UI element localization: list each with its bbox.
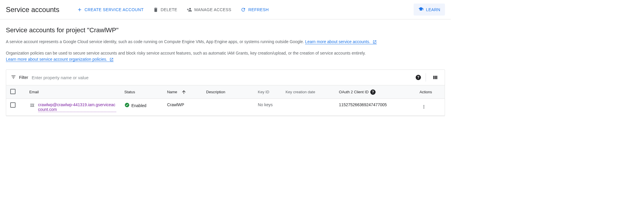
header-checkbox-col xyxy=(6,85,25,99)
description-2: Organization policies can be used to sec… xyxy=(6,50,439,62)
column-display-button[interactable] xyxy=(431,73,440,82)
row-status-cell: Enabled xyxy=(120,99,163,116)
row-name-cell: CrawlWP xyxy=(163,99,202,116)
service-account-email-link[interactable]: crawlwp@crawlwp-441319.iam.gserviceaccou… xyxy=(38,102,116,112)
service-account-icon xyxy=(29,102,35,109)
toolbar-header: Service accounts CREATE SERVICE ACCOUNT … xyxy=(0,0,451,19)
row-actions-menu-button[interactable] xyxy=(419,102,428,111)
table-header-row: Email Status Name Description Key ID Key… xyxy=(6,85,445,99)
row-keyid-cell: No keys xyxy=(254,99,282,116)
row-oauth-cell: 115275266369247477005 xyxy=(335,99,415,116)
external-link-icon xyxy=(373,40,377,44)
row-checkbox[interactable] xyxy=(10,102,16,108)
page-title: Service accounts xyxy=(6,6,59,14)
filter-label: Filter xyxy=(11,75,28,81)
manage-label: MANAGE ACCESS xyxy=(194,7,232,12)
header-email[interactable]: Email xyxy=(25,85,120,99)
refresh-label: REFRESH xyxy=(248,7,269,12)
filter-label-text: Filter xyxy=(19,75,28,80)
graduation-cap-icon xyxy=(418,6,424,13)
header-name[interactable]: Name xyxy=(163,85,202,99)
link1-text: Learn more about service accounts. xyxy=(305,39,370,44)
learn-more-service-accounts-link[interactable]: Learn more about service accounts. xyxy=(305,39,376,44)
table-row: crawlwp@crawlwp-441319.iam.gserviceaccou… xyxy=(6,99,445,116)
header-oauth-text: OAuth 2 Client ID xyxy=(339,90,369,94)
header-keydate[interactable]: Key creation date xyxy=(281,85,335,99)
filter-bar: Filter ? xyxy=(6,70,445,85)
divider xyxy=(426,73,426,82)
trash-icon xyxy=(153,7,158,12)
row-checkbox-cell xyxy=(6,99,25,116)
plus-icon xyxy=(77,7,82,12)
filter-actions: ? xyxy=(416,73,440,82)
external-link-icon xyxy=(109,57,114,62)
desc1-text: A service account represents a Google Cl… xyxy=(6,39,305,44)
delete-label: DELETE xyxy=(161,7,177,12)
header-oauth[interactable]: OAuth 2 Client ID ? xyxy=(335,85,415,99)
help-icon[interactable]: ? xyxy=(370,89,376,95)
sort-ascending-icon xyxy=(181,89,186,95)
refresh-button[interactable]: REFRESH xyxy=(237,5,272,15)
create-service-account-button[interactable]: CREATE SERVICE ACCOUNT xyxy=(73,5,147,15)
table-container: Filter ? Email Status xyxy=(6,70,445,116)
filter-icon xyxy=(11,75,16,81)
person-add-icon xyxy=(187,7,192,12)
header-name-text: Name xyxy=(167,90,177,94)
help-icon[interactable]: ? xyxy=(416,75,421,80)
content-subtitle: Service accounts for project "CrawlWP" xyxy=(6,26,445,34)
row-keydate-cell xyxy=(281,99,335,116)
content-area: Service accounts for project "CrawlWP" A… xyxy=(0,19,451,123)
service-accounts-table: Email Status Name Description Key ID Key… xyxy=(6,85,445,116)
description-1: A service account represents a Google Cl… xyxy=(6,39,439,45)
header-keyid[interactable]: Key ID xyxy=(254,85,282,99)
delete-button[interactable]: DELETE xyxy=(150,5,181,15)
header-actions: Actions xyxy=(415,85,445,99)
header-status[interactable]: Status xyxy=(120,85,163,99)
header-description[interactable]: Description xyxy=(202,85,254,99)
learn-button[interactable]: LEARN xyxy=(414,4,445,16)
check-circle-icon xyxy=(124,102,130,109)
refresh-icon xyxy=(241,7,246,12)
row-description-cell xyxy=(202,99,254,116)
desc2-text: Organization policies can be used to sec… xyxy=(6,51,366,55)
filter-input[interactable] xyxy=(32,74,412,81)
row-email-cell: crawlwp@crawlwp-441319.iam.gserviceaccou… xyxy=(25,99,120,116)
link2-text: Learn more about service account organiz… xyxy=(6,57,107,62)
create-label: CREATE SERVICE ACCOUNT xyxy=(85,7,144,12)
learn-label: LEARN xyxy=(426,7,440,12)
select-all-checkbox[interactable] xyxy=(10,89,16,94)
manage-access-button[interactable]: MANAGE ACCESS xyxy=(183,5,235,15)
status-text: Enabled xyxy=(131,103,146,108)
row-actions-cell xyxy=(415,99,445,116)
learn-more-org-policies-link[interactable]: Learn more about service account organiz… xyxy=(6,57,114,62)
